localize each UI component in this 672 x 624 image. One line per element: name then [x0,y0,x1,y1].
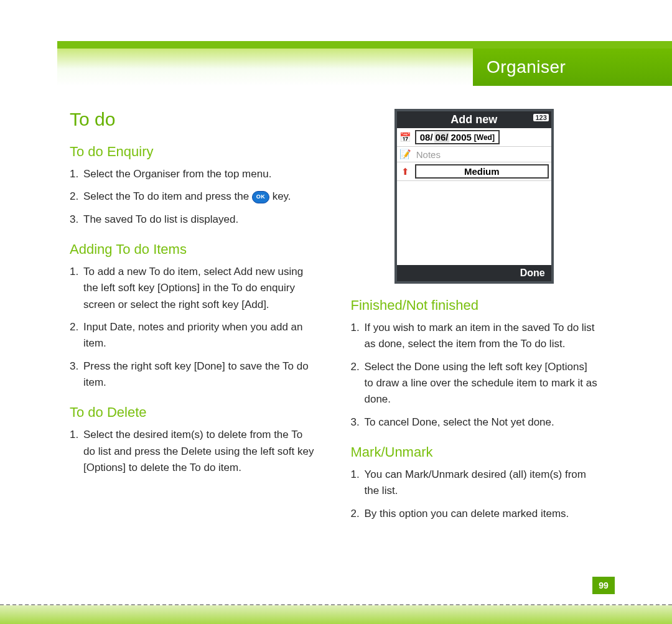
input-mode-indicator: 123 [533,114,548,121]
manual-page: Organiser To do To do Enquiry Select the… [0,0,672,624]
ok-key-icon: OK [252,191,269,203]
column-right: Add new 123 📅 08/06/2005 [Wed] 📝 Notes [351,109,598,574]
calendar-icon: 📅 [399,132,412,143]
list-item: The saved To do list is displayed. [70,212,317,228]
page-title: To do [70,109,317,130]
chapter-title: Organiser [487,57,566,77]
section-heading-mark: Mark/Unmark [351,444,598,460]
list-item: To cancel Done, select the Not yet done. [351,414,598,431]
date-selected-part: 06/ [434,132,450,142]
list-item: Input Date, notes and priority when you … [70,319,317,352]
section-heading-finished: Finished/Not finished [351,297,598,314]
day-label: [Wed] [474,133,495,142]
date-year: 2005 [450,132,471,142]
phone-priority-row: ⬆ Medium [397,162,551,181]
phone-screen-body: 📅 08/06/2005 [Wed] 📝 Notes ⬆ Medium [397,128,551,265]
section-heading-enquiry: To do Enquiry [70,144,317,160]
enquiry-list: Select the Organiser from the top menu. … [70,166,317,228]
phone-notes-row: 📝 Notes [397,147,551,162]
list-item: Select the desired item(s) to delete fro… [70,427,317,476]
phone-softkey-bar: Done [397,265,551,281]
phone-screen-title-bar: Add new 123 [397,111,551,128]
list-item: To add a new To do item, select Add new … [70,264,317,313]
banner-top-stripe [57,41,672,49]
header-banner: Organiser [57,41,672,86]
softkey-right: Done [520,268,545,279]
phone-screen-mock: Add new 123 📅 08/06/2005 [Wed] 📝 Notes [394,109,554,284]
list-item: Select the To do item and press the OK k… [70,189,317,205]
list-item: Select the Organiser from the top menu. [70,166,317,182]
delete-list: Select the desired item(s) to delete fro… [70,427,317,476]
list-item: Press the right soft key [Done] to save … [70,358,317,391]
adding-list: To add a new To do item, select Add new … [70,264,317,391]
chapter-title-box: Organiser [473,49,672,86]
finished-list: If you wish to mark an item in the saved… [351,320,598,431]
list-item: Select the Done using the left soft key … [351,359,598,408]
list-item: By this option you can delete marked ite… [351,506,598,522]
date-prefix: 08/ [420,132,433,142]
date-field: 08/06/2005 [Wed] [415,130,500,144]
phone-date-row: 📅 08/06/2005 [Wed] [397,128,551,147]
priority-icon: ⬆ [399,166,412,177]
section-heading-delete: To do Delete [70,404,317,421]
column-left: To do To do Enquiry Select the Organiser… [70,109,317,574]
list-item: If you wish to mark an item in the saved… [351,320,598,353]
priority-field: Medium [415,164,549,179]
notes-placeholder: Notes [415,149,441,160]
footer-gradient [0,605,672,624]
mark-list: You can Mark/Unmark desired (all) item(s… [351,467,598,522]
content-area: To do To do Enquiry Select the Organiser… [70,109,597,574]
phone-screen-title: Add new [450,113,497,126]
page-number-badge: 99 [592,577,615,594]
list-item: You can Mark/Unmark desired (all) item(s… [351,467,598,500]
page-number: 99 [599,580,609,590]
section-heading-adding: Adding To do Items [70,241,317,258]
notes-icon: 📝 [399,149,412,160]
